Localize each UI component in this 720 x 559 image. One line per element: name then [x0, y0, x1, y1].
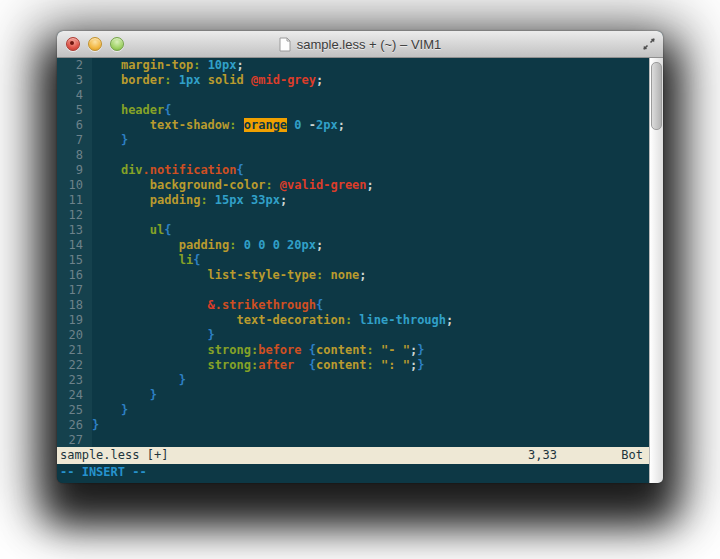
line-number: 17	[57, 283, 92, 298]
code-line: 3 border: 1px solid @mid-grey;	[57, 73, 649, 88]
editor-column: 2 margin-top: 10px;3 border: 1px solid @…	[57, 58, 649, 483]
line-number: 15	[57, 253, 92, 268]
code-line: 18 &.strikethrough{	[57, 298, 649, 313]
document-icon	[279, 37, 291, 52]
line-number: 19	[57, 313, 92, 328]
minimize-button[interactable]	[88, 37, 102, 51]
line-number: 25	[57, 403, 92, 418]
window-title: sample.less + (~) – VIM1	[297, 37, 442, 52]
line-number: 3	[57, 73, 92, 88]
code-text: &.strikethrough{	[92, 298, 323, 313]
code-text: strong:after {content: ": ";}	[92, 358, 424, 373]
vim-statusline: sample.less [+] 3,33 Bot	[57, 447, 649, 464]
code-text: background-color: @valid-green;	[92, 178, 374, 193]
line-number: 12	[57, 208, 92, 223]
code-line: 5 header{	[57, 103, 649, 118]
window-body: 2 margin-top: 10px;3 border: 1px solid @…	[57, 58, 663, 483]
screenshot-stage: sample.less + (~) – VIM1 2 margin-top: 1…	[0, 0, 720, 559]
code-text: text-shadow: orange 0 -2px;	[92, 118, 345, 133]
code-line: 20 }	[57, 328, 649, 343]
fullscreen-icon[interactable]	[642, 37, 656, 51]
code-line: 2 margin-top: 10px;	[57, 58, 649, 73]
line-number: 9	[57, 163, 92, 178]
line-number: 11	[57, 193, 92, 208]
code-line: 12	[57, 208, 649, 223]
code-line: 24 }	[57, 388, 649, 403]
traffic-lights	[66, 31, 124, 57]
close-button[interactable]	[66, 37, 80, 51]
code-text: margin-top: 10px;	[92, 58, 244, 73]
line-number: 13	[57, 223, 92, 238]
code-text: ul{	[92, 223, 171, 238]
line-number: 14	[57, 238, 92, 253]
code-text: list-style-type: none;	[92, 268, 367, 283]
status-scroll-position: Bot	[621, 447, 643, 464]
code-text: }	[92, 418, 99, 433]
code-line: 9 div.notification{	[57, 163, 649, 178]
code-line: 27	[57, 433, 649, 447]
line-number: 5	[57, 103, 92, 118]
modified-indicator-dot	[70, 41, 74, 45]
code-line: 16 list-style-type: none;	[57, 268, 649, 283]
line-number: 27	[57, 433, 92, 447]
status-cursor-position: 3,33	[528, 447, 557, 464]
status-file-label: sample.less [+]	[60, 448, 168, 462]
code-line: 6 text-shadow: orange 0 -2px;	[57, 118, 649, 133]
code-text: text-decoration: line-through;	[92, 313, 453, 328]
code-text: strong:before {content: "- ";}	[92, 343, 424, 358]
code-text: header{	[92, 103, 172, 118]
line-number: 21	[57, 343, 92, 358]
title-area: sample.less + (~) – VIM1	[279, 37, 442, 52]
code-text: li{	[92, 253, 200, 268]
line-number: 4	[57, 88, 92, 103]
code-text: div.notification{	[92, 163, 244, 178]
line-number: 24	[57, 388, 92, 403]
code-line: 23 }	[57, 373, 649, 388]
code-line: 17	[57, 283, 649, 298]
line-number: 18	[57, 298, 92, 313]
code-text: border: 1px solid @mid-grey;	[92, 73, 323, 88]
code-line: 7 }	[57, 133, 649, 148]
code-line: 22 strong:after {content: ": ";}	[57, 358, 649, 373]
code-text: }	[92, 133, 128, 148]
code-line: 14 padding: 0 0 0 20px;	[57, 238, 649, 253]
line-number: 7	[57, 133, 92, 148]
zoom-button[interactable]	[110, 37, 124, 51]
line-number: 23	[57, 373, 92, 388]
code-line: 26}	[57, 418, 649, 433]
line-number: 26	[57, 418, 92, 433]
code-line: 8	[57, 148, 649, 163]
line-number: 16	[57, 268, 92, 283]
code-line: 25 }	[57, 403, 649, 418]
line-number: 8	[57, 148, 92, 163]
code-text: padding: 0 0 0 20px;	[92, 238, 323, 253]
line-number: 2	[57, 58, 92, 73]
scrollbar-thumb[interactable]	[651, 62, 662, 130]
line-number: 22	[57, 358, 92, 373]
code-text: }	[92, 328, 215, 343]
code-text: }	[92, 403, 128, 418]
code-line: 10 background-color: @valid-green;	[57, 178, 649, 193]
code-line: 4	[57, 88, 649, 103]
code-line: 15 li{	[57, 253, 649, 268]
code-line: 11 padding: 15px 33px;	[57, 193, 649, 208]
code-text: }	[92, 388, 157, 403]
code-line: 21 strong:before {content: "- ";}	[57, 343, 649, 358]
vim-window: sample.less + (~) – VIM1 2 margin-top: 1…	[57, 31, 663, 483]
code-line: 19 text-decoration: line-through;	[57, 313, 649, 328]
line-number: 10	[57, 178, 92, 193]
scrollbar[interactable]	[649, 58, 663, 483]
code-editor[interactable]: 2 margin-top: 10px;3 border: 1px solid @…	[57, 58, 649, 447]
line-number: 20	[57, 328, 92, 343]
code-text: padding: 15px 33px;	[92, 193, 287, 208]
window-titlebar[interactable]: sample.less + (~) – VIM1	[57, 31, 663, 58]
vim-command-line: -- INSERT --	[57, 464, 649, 483]
line-number: 6	[57, 118, 92, 133]
insert-mode-indicator: -- INSERT --	[60, 465, 147, 479]
code-text: }	[92, 373, 186, 388]
code-line: 13 ul{	[57, 223, 649, 238]
